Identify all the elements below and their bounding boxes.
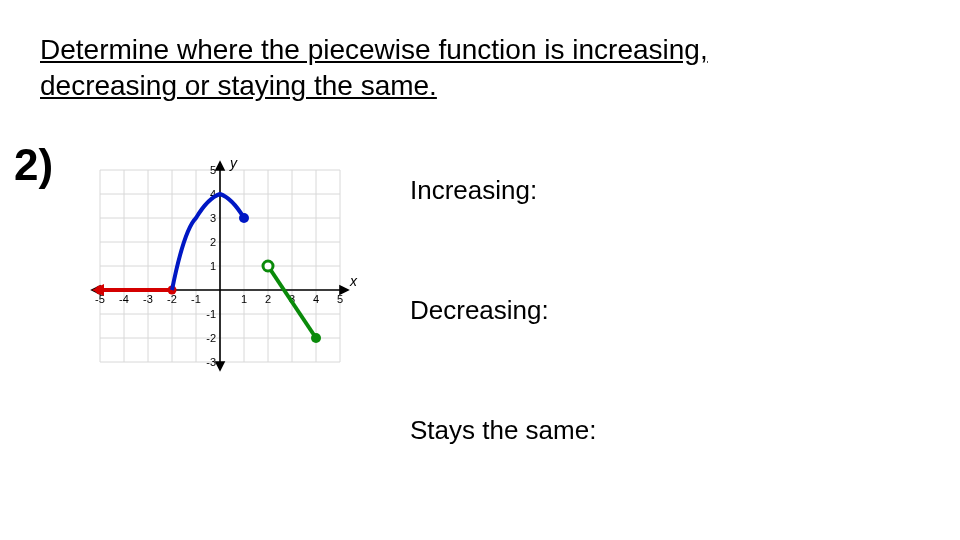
y-axis-label: y [229,155,238,171]
svg-point-51 [311,333,321,343]
svg-text:4: 4 [313,293,319,305]
svg-text:1: 1 [241,293,247,305]
svg-marker-24 [216,162,224,170]
svg-point-48 [239,213,249,223]
svg-text:-2: -2 [167,293,177,305]
svg-marker-25 [216,362,224,370]
svg-text:5: 5 [337,293,343,305]
x-axis-label: x [349,273,358,289]
increasing-label: Increasing: [410,175,537,206]
svg-text:2: 2 [210,236,216,248]
svg-text:-3: -3 [206,356,216,368]
svg-point-50 [263,261,273,271]
svg-text:3: 3 [210,212,216,224]
svg-text:1: 1 [210,260,216,272]
question-number: 2) [14,140,53,190]
svg-text:-2: -2 [206,332,216,344]
svg-text:5: 5 [210,164,216,176]
piecewise-graph: y x -5 -4 -3 -2 -1 1 2 3 4 5 -3 -2 -1 1 … [80,155,360,390]
stays-same-label: Stays the same: [410,415,596,446]
svg-text:-1: -1 [191,293,201,305]
decreasing-label: Decreasing: [410,295,549,326]
svg-text:-3: -3 [143,293,153,305]
instruction-text: Determine where the piecewise function i… [40,32,820,105]
svg-text:-4: -4 [119,293,129,305]
svg-text:2: 2 [265,293,271,305]
svg-point-46 [96,286,105,295]
svg-text:-1: -1 [206,308,216,320]
x-tick-labels: -5 -4 -3 -2 -1 1 2 3 4 5 [95,293,343,305]
